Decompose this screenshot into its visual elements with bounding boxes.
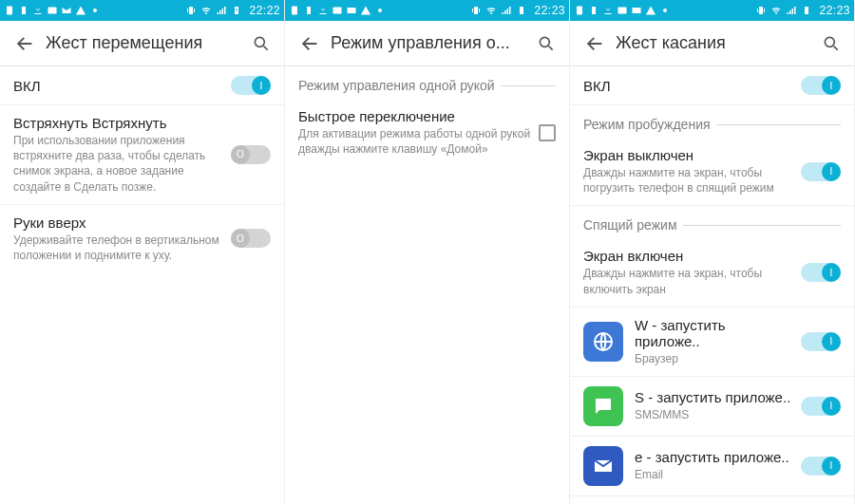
screen-off-title: Экран выключен: [583, 147, 793, 163]
charging-icon: [516, 5, 527, 16]
search-button[interactable]: [246, 28, 276, 59]
gesture-e-title: e - запустить приложе..: [635, 449, 793, 465]
svg-rect-17: [472, 9, 473, 12]
quick-switch-sub: Для активации режима работы одной рукой …: [298, 126, 531, 157]
gesture-w-toggle[interactable]: [801, 332, 841, 351]
page-title: Режим управления о...: [331, 33, 531, 53]
gesture-s-toggle[interactable]: [801, 397, 841, 416]
gesture-s-title: S - запустить приложе..: [635, 389, 793, 405]
gesture-w-row[interactable]: W - запустить приложе.. Браузер: [570, 308, 854, 377]
svg-rect-27: [759, 7, 763, 14]
shake-shake-toggle[interactable]: [231, 145, 271, 164]
download-icon: [32, 5, 44, 16]
screen-off-toggle[interactable]: [801, 162, 841, 181]
svg-rect-6: [187, 9, 188, 12]
screen-on-row[interactable]: Экран включен Дважды нажмите на экран, ч…: [570, 238, 854, 307]
browser-icon: [583, 322, 623, 362]
svg-point-26: [663, 9, 667, 12]
signal-icon: [216, 5, 227, 16]
gesture-w-title: W - запустить приложе..: [635, 317, 793, 349]
status-bar: 22:22: [0, 0, 284, 21]
sms-icon: [583, 386, 623, 426]
gesture-w-sub: Браузер: [635, 351, 793, 366]
screen-on-toggle[interactable]: [801, 263, 841, 282]
status-bar: 22:23: [570, 0, 854, 21]
quick-switch-row[interactable]: Быстрое переключение Для активации режим…: [285, 99, 569, 166]
screen-on-title: Экран включен: [583, 248, 793, 264]
wifi-icon: [770, 5, 782, 16]
screen-off-row[interactable]: Экран выключен Дважды нажмите на экран, …: [570, 138, 854, 206]
image-icon: [617, 5, 628, 16]
svg-rect-1: [22, 7, 26, 14]
screen-on-sub: Дважды нажмите на экран, чтобы включить …: [583, 266, 793, 296]
charging-icon: [801, 5, 812, 16]
charging-icon: [231, 5, 242, 16]
svg-point-15: [378, 9, 382, 12]
shake-shake-row[interactable]: Встряхнуть Встряхнуть При использовании …: [0, 105, 284, 205]
master-toggle[interactable]: [231, 76, 271, 95]
svg-rect-2: [35, 13, 42, 14]
vibrate-icon: [755, 5, 767, 16]
shake-shake-title: Встряхнуть Встряхнуть: [13, 115, 223, 131]
divider: [683, 225, 841, 226]
screen-off-sub: Дважды нажмите на экран, чтобы погрузить…: [583, 165, 793, 196]
gesture-e-row[interactable]: e - запустить приложе.. Email: [570, 437, 854, 496]
vibrate-icon: [470, 5, 482, 16]
shake-shake-sub: При использовании приложения встряхните …: [13, 133, 223, 195]
warning-icon: [75, 5, 86, 16]
status-time: 22:23: [819, 4, 850, 17]
screen-motion-gesture: 22:22 Жест перемещения ВКЛ Встряхнуть Вс…: [0, 0, 285, 504]
svg-rect-0: [7, 7, 12, 15]
gesture-e-sub: Email: [635, 467, 793, 482]
app-bar: Режим управления о...: [285, 21, 569, 66]
svg-rect-23: [592, 7, 596, 14]
back-button[interactable]: [581, 30, 608, 57]
svg-rect-19: [520, 7, 523, 14]
mail-icon: [631, 5, 642, 16]
svg-rect-29: [764, 9, 765, 12]
email-icon: [583, 446, 623, 486]
vibrate-icon: [185, 5, 197, 16]
hands-up-title: Руки вверх: [13, 215, 223, 231]
hands-up-sub: Удерживайте телефон в вертикальном полож…: [13, 233, 223, 263]
quick-switch-checkbox[interactable]: [539, 124, 556, 141]
section-wake-label: Режим пробуждения: [583, 117, 711, 132]
image-icon: [332, 5, 343, 16]
gesture-e-toggle[interactable]: [801, 457, 841, 476]
status-time: 22:22: [249, 4, 280, 17]
master-toggle[interactable]: [801, 76, 841, 95]
battery-icon: [588, 5, 599, 16]
svg-rect-16: [474, 7, 478, 14]
hands-up-row[interactable]: Руки вверх Удерживайте телефон в вертика…: [0, 205, 284, 272]
svg-rect-13: [320, 13, 327, 14]
sim-icon: [4, 5, 15, 16]
gesture-s-row[interactable]: S - запустить приложе.. SMS/MMS: [570, 377, 854, 437]
warning-icon: [360, 5, 371, 16]
back-button[interactable]: [11, 30, 38, 57]
page-title: Жест перемещения: [46, 33, 246, 53]
master-switch-row[interactable]: ВКЛ: [570, 66, 854, 105]
screen-one-hand-mode: 22:23 Режим управления о... Режим управл…: [285, 0, 570, 504]
section-sleep-label: Спящий режим: [583, 217, 677, 233]
page-title: Жест касания: [616, 33, 816, 53]
svg-line-21: [549, 46, 553, 49]
svg-point-9: [255, 37, 264, 47]
svg-rect-11: [292, 7, 297, 15]
master-switch-row[interactable]: ВКЛ: [0, 66, 284, 105]
svg-rect-14: [333, 8, 342, 14]
svg-rect-22: [577, 7, 582, 15]
search-button[interactable]: [816, 28, 846, 59]
hands-up-toggle[interactable]: [231, 229, 271, 248]
svg-rect-25: [618, 8, 627, 14]
app-bar: Жест перемещения: [0, 21, 284, 66]
battery-icon: [18, 5, 29, 16]
master-switch-label: ВКЛ: [13, 78, 223, 94]
divider: [716, 124, 841, 125]
search-button[interactable]: [531, 28, 561, 59]
svg-rect-28: [757, 9, 758, 12]
gesture-c-row[interactable]: C - запустить приложе.. Фото: [570, 496, 854, 504]
download-icon: [317, 5, 329, 16]
section-sleep: Спящий режим: [570, 206, 854, 238]
back-button[interactable]: [296, 30, 323, 57]
usb-icon: [374, 5, 386, 16]
